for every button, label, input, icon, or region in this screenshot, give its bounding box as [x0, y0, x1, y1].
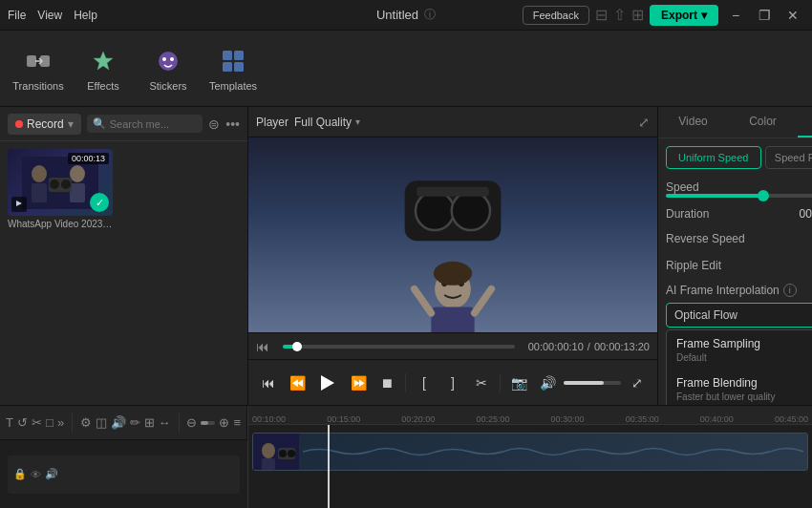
- player-quality[interactable]: Full Quality ▾: [294, 116, 360, 129]
- mark-in-button[interactable]: [: [412, 370, 437, 395]
- record-chevron: ▾: [68, 117, 74, 131]
- toolbar-item-effects[interactable]: Effects: [73, 36, 134, 101]
- toolbar-item-templates[interactable]: Templates: [203, 36, 264, 101]
- separator-1: [405, 373, 406, 392]
- svg-rect-14: [70, 183, 85, 202]
- export-button[interactable]: Export ▾: [650, 5, 718, 26]
- search-input[interactable]: [110, 118, 198, 130]
- media-type-icon: [11, 197, 27, 212]
- toolbar-item-stickers[interactable]: Stickers: [138, 36, 199, 101]
- crop-button[interactable]: ✂: [469, 370, 494, 395]
- interpolation-dropdown[interactable]: Optical Flow ▲: [666, 303, 812, 328]
- record-label: Record: [27, 117, 64, 131]
- video-clip[interactable]: [252, 433, 808, 471]
- media-item[interactable]: 00:00:13 ✓ WhatsApp Video 2023-10-05...: [8, 149, 113, 229]
- time-separator: /: [588, 341, 590, 352]
- timeline-btn-track[interactable]: ⊞: [144, 412, 155, 434]
- icon-grid[interactable]: ⊞: [631, 6, 644, 24]
- svg-point-4: [162, 57, 166, 61]
- track-audio-icon[interactable]: 🔊: [45, 468, 58, 480]
- tab-video[interactable]: Video: [658, 107, 728, 138]
- search-icon: 🔍: [93, 117, 106, 130]
- step-back-button[interactable]: ⏪: [285, 370, 310, 395]
- timeline-btn-audio[interactable]: 🔊: [111, 412, 126, 434]
- title-center: Untitled ⓘ: [376, 7, 436, 23]
- player-expand-icon[interactable]: ⤢: [638, 115, 650, 130]
- player-controls: ⏮ ⏪ ⏩ ⏹ [ ] ✂ 📷 🔊 ⤢: [248, 359, 657, 405]
- timeline-zoom-slider[interactable]: [201, 421, 216, 425]
- timeline-btn-add-marker[interactable]: ◫: [96, 412, 107, 434]
- filter-icon[interactable]: ⊜: [208, 116, 220, 132]
- media-check-icon: ✓: [90, 193, 109, 212]
- svg-point-29: [434, 262, 472, 286]
- track-lock-icon[interactable]: 🔒: [13, 468, 27, 480]
- record-button[interactable]: Record ▾: [8, 114, 81, 135]
- speed-tabs: Uniform Speed Speed Ramping: [666, 146, 812, 169]
- svg-point-35: [288, 450, 295, 457]
- timeline-btn-crop[interactable]: □: [46, 412, 53, 434]
- more-icon[interactable]: •••: [225, 116, 240, 132]
- progress-bar[interactable]: [283, 345, 515, 349]
- ripple-edit-label: Ripple Edit: [666, 259, 721, 272]
- quality-chevron: ▾: [355, 116, 360, 127]
- timeline-btn-zoom-out[interactable]: ⊖: [186, 412, 197, 434]
- stop-button[interactable]: ⏹: [374, 370, 399, 395]
- ripple-edit-row: Ripple Edit: [666, 257, 812, 274]
- feedback-button[interactable]: Feedback: [523, 6, 589, 25]
- mark-out-button[interactable]: ]: [440, 370, 465, 395]
- speed-slider[interactable]: [666, 194, 812, 198]
- step-forward-button[interactable]: ⏩: [346, 370, 371, 395]
- tab-speed[interactable]: Speed: [798, 107, 812, 138]
- player-header: Player Full Quality ▾ ⤢: [248, 107, 657, 138]
- timeline-btn-split[interactable]: ✂: [32, 412, 42, 434]
- icon-devices[interactable]: ⊟: [595, 6, 608, 24]
- timeline-btn-undo[interactable]: ↺: [17, 412, 28, 434]
- close-button[interactable]: ✕: [781, 4, 804, 27]
- ai-frame-row: AI Frame Interpolation i: [666, 284, 812, 297]
- svg-point-3: [159, 52, 178, 71]
- timeline-btn-clip[interactable]: ✏: [130, 412, 140, 434]
- menu-view[interactable]: View: [37, 9, 62, 22]
- play-button[interactable]: [313, 369, 342, 397]
- track-eye-icon[interactable]: 👁: [31, 469, 41, 480]
- title-bar: File View Help Untitled ⓘ Feedback ⊟ ⇧ ⊞…: [0, 0, 812, 31]
- maximize-button[interactable]: ❐: [753, 4, 776, 27]
- timeline-btn-transitions[interactable]: ↔: [159, 412, 171, 434]
- snapshot-button[interactable]: 📷: [506, 370, 531, 395]
- templates-icon: [218, 46, 248, 76]
- icon-upload[interactable]: ⇧: [613, 6, 626, 24]
- separator-2: [500, 373, 501, 392]
- toolbar-item-transitions[interactable]: Transitions: [8, 36, 69, 101]
- svg-point-23: [452, 192, 490, 230]
- timeline-btn-layout[interactable]: ≡: [233, 412, 241, 434]
- dropdown-item-frame-sampling[interactable]: Frame Sampling Default: [667, 330, 812, 370]
- ruler-ticks: 00:10:00 00:15:00 00:20:00 00:25:00 00:3…: [252, 414, 808, 424]
- search-box[interactable]: 🔍: [87, 115, 203, 133]
- svg-rect-8: [223, 62, 232, 72]
- duration-value: 00:00:13:20: [800, 207, 812, 221]
- fullscreen-button[interactable]: ⤢: [625, 370, 650, 395]
- left-panel: Record ▾ 🔍 ⊜ •••: [0, 107, 248, 405]
- speed-tab-uniform[interactable]: Uniform Speed: [666, 146, 761, 169]
- tab-color[interactable]: Color: [728, 107, 798, 138]
- timeline-btn-zoom-in[interactable]: ⊕: [219, 412, 229, 434]
- minimize-button[interactable]: −: [724, 4, 747, 27]
- speed-tab-ramping[interactable]: Speed Ramping: [765, 146, 813, 169]
- dropdown-item-frame-blending[interactable]: Frame Blending Faster but lower quality: [667, 370, 812, 405]
- volume-slider[interactable]: [564, 381, 621, 385]
- timeline-btn-text[interactable]: T: [6, 412, 13, 434]
- timeline-btn-more[interactable]: »: [57, 412, 64, 434]
- audio-button[interactable]: 🔊: [535, 370, 560, 395]
- menu-file[interactable]: File: [8, 9, 26, 22]
- menu-help[interactable]: Help: [74, 9, 97, 22]
- dropdown-container: Optical Flow ▲ Frame Sampling Default Fr…: [666, 303, 812, 405]
- player-quality-text: Full Quality: [294, 116, 352, 129]
- prev-frame-icon[interactable]: ⏮: [256, 339, 269, 354]
- dropdown-menu: Frame Sampling Default Frame Blending Fa…: [666, 329, 812, 405]
- skip-back-button[interactable]: ⏮: [256, 370, 281, 395]
- svg-point-5: [170, 57, 174, 61]
- timeline-btn-settings[interactable]: ⚙: [80, 412, 92, 434]
- svg-rect-26: [431, 307, 474, 332]
- ruler-tick-7: 00:45:00: [775, 414, 808, 424]
- ai-info-icon[interactable]: i: [783, 284, 797, 297]
